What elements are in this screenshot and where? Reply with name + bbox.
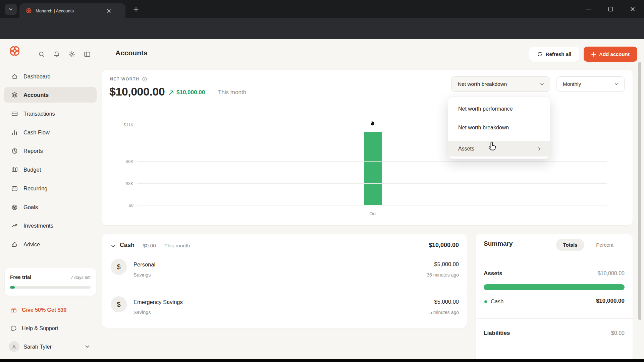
free-trial-progress-fill — [10, 286, 15, 289]
calendar-icon — [11, 185, 18, 192]
chart-type-select[interactable]: Net worth breakdown — [451, 76, 550, 92]
summary-title: Summary — [484, 240, 513, 247]
bar-chart-icon — [11, 129, 18, 136]
tab-search-button[interactable] — [5, 4, 17, 15]
assets-value: $10,000.00 — [598, 270, 625, 277]
account-balance: $5,000.00 — [434, 261, 459, 267]
credit-card-icon — [11, 110, 18, 117]
new-tab-button[interactable] — [133, 7, 139, 12]
screen: Monarch | Accounts — [0, 0, 644, 362]
tab-close-icon[interactable] — [107, 9, 111, 13]
sidebar-item-dashboard[interactable]: Dashboard — [4, 69, 97, 84]
notifications-bell-icon[interactable] — [53, 51, 60, 58]
totals-label: Totals — [563, 242, 577, 248]
window-maximize-button[interactable] — [606, 5, 615, 13]
sidebar-item-advice[interactable]: Advice — [4, 237, 97, 252]
sidebar-item-budget[interactable]: Budget — [4, 162, 97, 177]
menu-item-label: Net worth performance — [458, 106, 513, 112]
chevron-down-icon — [8, 7, 13, 12]
group-period: This month — [164, 243, 190, 249]
window-minimize-button[interactable] — [584, 5, 593, 13]
percent-label: Percent — [596, 242, 613, 248]
sidebar-item-label: Advice — [23, 241, 40, 248]
gridline — [137, 205, 607, 205]
liabilities-label: Liabilities — [484, 330, 510, 337]
dollar-glyph: $ — [117, 301, 120, 308]
sidebar-item-cash-flow[interactable]: Cash Flow — [4, 125, 97, 140]
chart-type-select-value: Net worth breakdown — [458, 81, 507, 87]
page-scrollbar-thumb[interactable] — [638, 62, 641, 320]
menu-item-net-worth-performance[interactable]: Net worth performance — [448, 100, 550, 118]
maximize-icon — [608, 7, 613, 11]
divider — [476, 318, 633, 319]
group-collapse-chevron-icon[interactable] — [111, 244, 116, 249]
sidebar-item-label: Investments — [23, 223, 53, 229]
change-up-arrow-icon — [168, 90, 174, 96]
page-title: Accounts — [115, 49, 148, 57]
sidebar-item-label: Cash Flow — [23, 129, 50, 136]
cursor-artifact — [369, 121, 375, 129]
sidebar-toggle-icon[interactable] — [84, 51, 91, 58]
account-updated: 36 minutes ago — [427, 272, 459, 278]
hand-cursor — [487, 141, 497, 152]
add-account-label: Add account — [599, 51, 630, 57]
account-name[interactable]: Personal — [133, 261, 155, 268]
info-icon[interactable] — [142, 76, 147, 82]
sidebar-item-recurring[interactable]: Recurring — [4, 181, 97, 196]
sidebar-item-investments[interactable]: Investments — [4, 218, 97, 233]
free-trial-progress-track — [10, 286, 91, 289]
accounts-card — [102, 234, 467, 328]
chevron-down-icon — [540, 82, 544, 86]
timeframe-select[interactable]: Monthly — [556, 76, 625, 92]
sidebar-item-label: Transactions — [23, 111, 55, 117]
chevron-down-icon — [614, 82, 619, 86]
account-name[interactable]: Emergency Savings — [133, 299, 183, 305]
browser-tab-strip: Monarch | Accounts — [0, 0, 644, 18]
referral-link[interactable]: Give 50% Get $30 — [10, 306, 66, 313]
summary-toggle-percent[interactable]: Percent — [590, 239, 620, 251]
y-axis-tick: $3K — [126, 181, 133, 186]
add-account-button[interactable]: Add account — [584, 47, 637, 62]
browser-toolbar: app.monarchmoney.com/accounts?chartType=… — [0, 18, 644, 39]
gift-icon — [10, 306, 17, 313]
assets-allocation-bar — [484, 284, 625, 290]
menu-item-label: Assets — [458, 146, 474, 152]
sidebar-item-reports[interactable]: Reports — [4, 143, 97, 159]
divider — [102, 257, 467, 257]
settings-gear-icon[interactable] — [68, 51, 75, 58]
window-close-button[interactable] — [628, 5, 637, 13]
menu-item-net-worth-breakdown[interactable]: Net worth breakdown — [448, 119, 550, 136]
sidebar-item-accounts[interactable]: Accounts — [4, 87, 97, 103]
avatar — [9, 341, 19, 352]
chevron-down-icon — [85, 344, 90, 349]
net-worth-change: $10,000.00 — [176, 89, 205, 96]
help-support-link[interactable]: Help & Support — [10, 325, 58, 332]
menu-item-assets[interactable]: Assets — [448, 141, 550, 157]
sidebar-item-label: Reports — [23, 148, 43, 154]
layers-icon — [11, 92, 18, 99]
networth-bar[interactable] — [364, 132, 382, 205]
refresh-all-button[interactable]: Refresh all — [529, 47, 579, 62]
account-type: Savings — [133, 310, 151, 315]
summary-toggle-totals[interactable]: Totals — [556, 239, 584, 251]
browser-tab[interactable]: Monarch | Accounts — [19, 3, 125, 18]
sidebar-item-label: Dashboard — [23, 73, 51, 80]
networth-chart-ylabels: $11K$6K$3K$0 — [111, 125, 133, 205]
chat-bubble-icon — [10, 325, 17, 332]
account-type-icon: $ — [111, 259, 127, 275]
free-trial-days-left: 7 days left — [71, 275, 91, 280]
net-worth-label: NET WORTH — [110, 77, 139, 81]
sidebar-item-label: Accounts — [23, 92, 49, 98]
search-icon[interactable] — [38, 51, 45, 58]
sidebar-item-goals[interactable]: Goals — [4, 199, 97, 215]
summary-cash-label[interactable]: Cash — [491, 298, 504, 305]
referral-label: Give 50% Get $30 — [22, 307, 66, 313]
close-icon — [630, 7, 635, 11]
sidebar-item-transactions[interactable]: Transactions — [4, 106, 97, 121]
group-name[interactable]: Cash — [120, 242, 135, 249]
assets-label: Assets — [484, 270, 502, 277]
user-menu[interactable]: Sarah Tyler — [9, 341, 90, 352]
chart-type-menu: Net worth performance Net worth breakdow… — [448, 97, 550, 159]
liabilities-value: $0.00 — [611, 330, 625, 336]
monarch-logo[interactable] — [8, 44, 21, 58]
